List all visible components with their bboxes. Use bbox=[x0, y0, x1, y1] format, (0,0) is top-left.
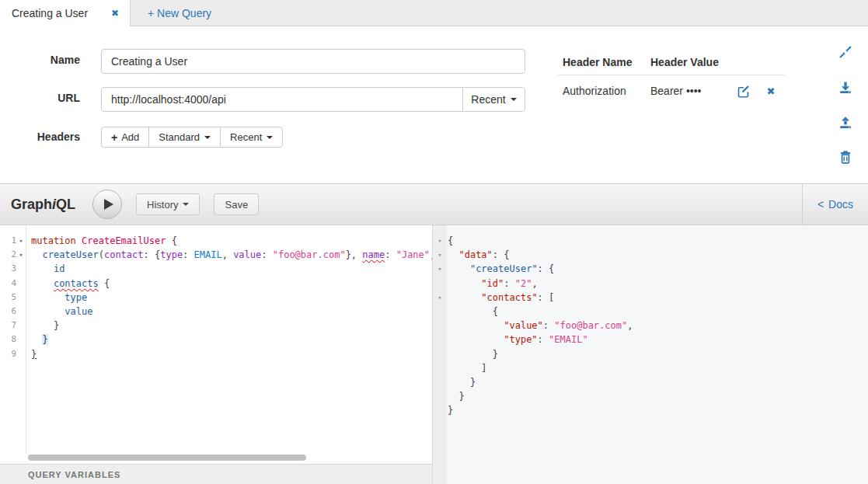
headers-button-group: + Add Standard Recent bbox=[101, 127, 283, 148]
plus-icon: + bbox=[111, 131, 117, 144]
chevron-left-icon: < bbox=[817, 198, 824, 211]
url-recent-label: Recent bbox=[471, 93, 505, 106]
close-icon: ✖ bbox=[767, 85, 776, 97]
caret-down-icon bbox=[511, 98, 517, 101]
docs-label: Docs bbox=[828, 198, 853, 211]
workspace: 1▾mutation CreateEmailUser {2▾ createUse… bbox=[0, 225, 868, 484]
upload-icon bbox=[838, 114, 853, 130]
header-row-name: Authorization bbox=[558, 85, 650, 97]
header-name-column: Header Name bbox=[558, 56, 650, 68]
compress-icon bbox=[838, 44, 853, 60]
request-panel: Name URL Recent Headers + Add Standard R… bbox=[0, 26, 868, 183]
standard-headers-label: Standard bbox=[159, 131, 200, 143]
url-input[interactable] bbox=[101, 87, 463, 112]
save-label: Save bbox=[225, 199, 248, 211]
recent-headers-label: Recent bbox=[230, 131, 262, 143]
query-editor[interactable]: 1▾mutation CreateEmailUser {2▾ createUse… bbox=[0, 225, 432, 484]
horizontal-scrollbar[interactable] bbox=[28, 454, 306, 461]
headers-table-header: Header Name Header Value bbox=[558, 49, 785, 75]
save-button[interactable]: Save bbox=[214, 193, 259, 215]
execute-query-button[interactable] bbox=[92, 190, 122, 219]
history-label: History bbox=[147, 199, 178, 211]
download-icon bbox=[838, 79, 853, 95]
tab-title: Creating a User bbox=[12, 7, 88, 19]
add-header-button[interactable]: + Add bbox=[101, 127, 149, 148]
result-viewer: ▾{▾ "data": {▾ "createUser": { "id": "2"… bbox=[432, 225, 868, 484]
name-input[interactable] bbox=[101, 49, 525, 74]
add-header-label: Add bbox=[121, 131, 139, 143]
query-code[interactable]: 1▾mutation CreateEmailUser {2▾ createUse… bbox=[0, 234, 432, 361]
new-query-tab[interactable]: + New Query bbox=[131, 0, 228, 26]
name-label: Name bbox=[0, 54, 80, 66]
play-icon bbox=[104, 199, 113, 210]
caret-down-icon bbox=[183, 203, 189, 206]
collapse-panel-button[interactable] bbox=[838, 44, 853, 60]
new-query-label: + New Query bbox=[148, 7, 211, 19]
query-variables-bar[interactable]: QUERY VARIABLES bbox=[0, 464, 432, 484]
tab-bar: Creating a User ✖ + New Query bbox=[0, 0, 868, 26]
edit-header-button[interactable] bbox=[729, 84, 757, 99]
headers-label: Headers bbox=[0, 131, 80, 143]
history-dropdown[interactable]: History bbox=[136, 193, 200, 215]
docs-toggle[interactable]: < Docs bbox=[803, 184, 868, 225]
url-label: URL bbox=[0, 92, 80, 104]
standard-headers-dropdown[interactable]: Standard bbox=[148, 127, 221, 148]
url-recent-dropdown[interactable]: Recent bbox=[462, 87, 525, 112]
toolbar-right: < Docs bbox=[802, 184, 868, 225]
tab-creating-a-user[interactable]: Creating a User ✖ bbox=[0, 0, 131, 26]
close-tab-icon[interactable]: ✖ bbox=[111, 8, 119, 19]
recent-headers-dropdown[interactable]: Recent bbox=[220, 127, 283, 148]
header-value-column: Header Value bbox=[650, 56, 785, 68]
headers-table: Header Name Header Value Authorization B… bbox=[558, 49, 785, 106]
header-row-value: Bearer •••• bbox=[650, 85, 729, 97]
table-row: Authorization Bearer •••• ✖ bbox=[558, 75, 785, 106]
graphiql-logo: GraphiQL bbox=[11, 197, 75, 213]
export-query-button[interactable] bbox=[838, 79, 853, 95]
graphiql-app-window: Creating a User ✖ + New Query Name URL R… bbox=[0, 0, 868, 484]
trash-icon bbox=[838, 149, 853, 165]
remove-header-button[interactable]: ✖ bbox=[757, 85, 785, 97]
caret-down-icon bbox=[267, 136, 273, 139]
delete-query-button[interactable] bbox=[838, 149, 853, 165]
import-query-button[interactable] bbox=[838, 114, 853, 130]
graphiql-toolbar: GraphiQL History Save < Docs bbox=[0, 183, 868, 225]
query-variables-title: QUERY VARIABLES bbox=[28, 470, 120, 479]
edit-icon bbox=[736, 84, 751, 99]
caret-down-icon bbox=[204, 136, 211, 139]
result-code: ▾{▾ "data": {▾ "createUser": { "id": "2"… bbox=[433, 234, 868, 417]
